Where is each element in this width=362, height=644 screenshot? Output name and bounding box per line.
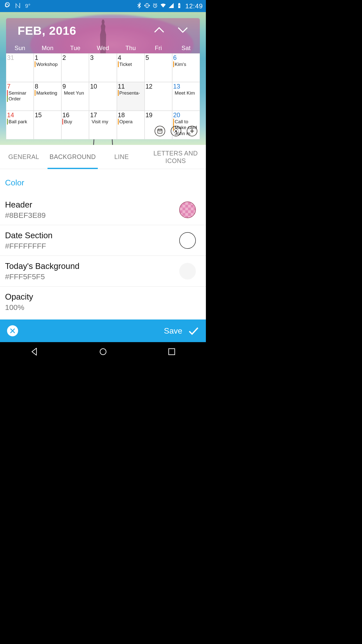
day-number: 5 [146, 54, 171, 61]
setting-value: #FFFFFFFF [5, 242, 179, 250]
temp-indicator: 9° [25, 3, 30, 9]
save-button[interactable]: Save [164, 325, 199, 336]
tab-background[interactable]: BACKGROUND [48, 145, 98, 169]
calendar-cell[interactable]: 7SeminarOrder [6, 82, 34, 111]
recents-button[interactable] [167, 347, 177, 358]
calendar-cell[interactable]: 2 [61, 53, 89, 82]
color-swatch[interactable] [179, 263, 196, 279]
calendar-cell[interactable]: 1Workshop [34, 53, 61, 82]
calendar-cell[interactable]: 5 [145, 53, 172, 82]
calendar-cell[interactable]: 12 [145, 82, 172, 111]
event-item: Meet Yun [62, 90, 88, 96]
settings-button[interactable] [171, 126, 181, 136]
svg-point-9 [175, 130, 177, 132]
day-number: 4 [118, 54, 144, 61]
event-item: Workshop [35, 61, 60, 67]
calendar-cell[interactable]: 13Meet Kim [172, 82, 200, 111]
calendar-cell[interactable]: 14Ball park [6, 111, 34, 139]
day-number: 17 [90, 112, 116, 119]
calendar-cell[interactable]: 4Ticket [117, 53, 145, 82]
cancel-button[interactable] [7, 325, 18, 336]
event-item: Meet Kim [173, 90, 199, 96]
bluetooth-icon [136, 3, 142, 10]
calendar-cell[interactable]: 18Opera [117, 111, 145, 139]
setting-row-date-section[interactable]: Date Section#FFFFFFFF [0, 225, 206, 256]
day-name: Fri [145, 43, 172, 53]
day-number: 12 [146, 83, 171, 90]
calendar-cell[interactable]: 8Marketing [34, 82, 61, 111]
calendar-cell[interactable]: 15 [34, 111, 61, 139]
event-item: Seminar [7, 90, 33, 96]
prev-month-button[interactable] [154, 26, 165, 35]
setting-row-header[interactable]: Header#8BEF3E89 [0, 194, 206, 225]
event-item: Visit my [90, 119, 116, 125]
status-time: 12:49 [185, 2, 203, 10]
sys-badge-icon [3, 2, 11, 10]
day-number: 8 [35, 83, 60, 90]
calendar-cell[interactable]: 16Buy [61, 111, 89, 139]
wifi-icon [160, 3, 166, 10]
event-item: Buy [62, 119, 88, 125]
calendar-cell[interactable]: 3 [89, 53, 117, 82]
day-number: 16 [62, 112, 88, 119]
day-number: 18 [118, 112, 144, 119]
add-event-button[interactable] [187, 126, 197, 136]
day-number: 19 [146, 112, 171, 119]
calendar-cell[interactable]: 6Kim's [172, 53, 200, 82]
tab-line[interactable]: LINE [98, 145, 145, 169]
event-item: Order [7, 96, 33, 102]
battery-charging-icon [176, 3, 182, 10]
cell-icon [168, 3, 174, 10]
day-number: 10 [90, 83, 116, 90]
widget-preview: FEB, 2016 SunMonTueWedThuFriSat 311Works… [0, 12, 206, 145]
setting-label: Today's Background [5, 261, 179, 271]
day-number: 13 [173, 83, 199, 90]
calendar-cell[interactable]: 10 [89, 82, 117, 111]
svg-point-7 [160, 131, 160, 132]
calendar-cell[interactable]: 17Visit my [89, 111, 117, 139]
svg-rect-11 [169, 349, 175, 355]
back-button[interactable] [29, 347, 39, 358]
svg-rect-4 [179, 3, 180, 4]
event-item: Marketing [35, 90, 60, 96]
widget-header: FEB, 2016 [6, 18, 200, 43]
today-button[interactable] [155, 126, 165, 136]
color-swatch[interactable] [179, 232, 196, 249]
day-number: 1 [35, 54, 60, 61]
tab-general[interactable]: GENERAL [0, 145, 48, 169]
section-title-color: Color [0, 174, 206, 194]
day-name: Wed [89, 43, 117, 53]
setting-row-today-s-background[interactable]: Today's Background#FFF5F5F5 [0, 256, 206, 287]
svg-rect-1 [146, 4, 148, 8]
status-bar: 9° 12:49 [0, 0, 206, 12]
next-month-button[interactable] [177, 26, 188, 35]
settings-panel[interactable]: Color Header#8BEF3E89Date Section#FFFFFF… [0, 169, 206, 319]
setting-label: Opacity [5, 292, 196, 302]
svg-point-6 [159, 131, 159, 132]
day-number: 6 [173, 54, 199, 61]
calendar-cell[interactable]: 11Presenta- [117, 82, 145, 111]
home-button[interactable] [98, 347, 108, 358]
event-item: Presenta- [118, 90, 144, 96]
event-item: Ball park [7, 119, 33, 125]
day-number: 3 [90, 54, 116, 61]
event-item: Ticket [118, 61, 144, 67]
event-item: Opera [118, 119, 144, 125]
setting-label: Date Section [5, 231, 179, 240]
tab-letters-and-icons[interactable]: LETTERS AND ICONS [145, 145, 206, 169]
svg-point-8 [160, 131, 161, 132]
save-label: Save [164, 326, 182, 336]
day-number: 15 [35, 112, 60, 119]
color-swatch[interactable] [179, 202, 196, 218]
day-number: 7 [7, 83, 33, 90]
day-name: Mon [34, 43, 61, 53]
calendar-cell[interactable]: 31 [6, 53, 34, 82]
setting-row-opacity[interactable]: Opacity100% [0, 287, 206, 317]
day-number: 2 [62, 54, 88, 61]
day-name: Sat [172, 43, 200, 53]
calendar-cell[interactable]: 9Meet Yun [61, 82, 89, 111]
day-name: Tue [61, 43, 89, 53]
alarm-icon [152, 3, 158, 10]
n-logo-icon [14, 2, 22, 10]
setting-value: #FFF5F5F5 [5, 272, 179, 281]
